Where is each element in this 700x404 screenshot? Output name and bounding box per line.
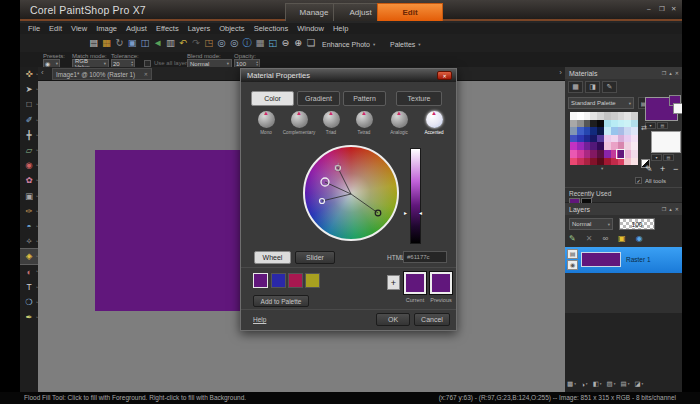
palette-swatch[interactable] [624, 120, 631, 128]
paint-brush-tool[interactable]: ✑ ▸ [20, 204, 38, 219]
palette-swatch[interactable] [577, 142, 584, 150]
picture-tube-tool[interactable]: ◓ ▸ [20, 219, 38, 234]
palette-swatch[interactable] [618, 127, 625, 135]
add-swatch-icon[interactable]: + [660, 164, 665, 174]
palette-swatch[interactable] [584, 135, 591, 143]
palette-swatch[interactable] [631, 142, 638, 150]
palettes-button[interactable]: Palettes ▾ [390, 38, 421, 50]
float-panel-icon[interactable]: ❐ [662, 70, 666, 76]
text-tool[interactable]: T ▸ [20, 280, 38, 295]
remove-swatch-icon[interactable]: − [673, 164, 678, 174]
harmony-triad[interactable]: ▲ Triad [314, 111, 348, 135]
palette-swatch[interactable] [597, 112, 604, 120]
palette-swatch[interactable] [577, 150, 584, 158]
palette-swatch[interactable] [570, 112, 577, 120]
palette-swatch[interactable] [584, 112, 591, 120]
gradient-toggle-icon[interactable]: ◧ ▾ [593, 380, 602, 388]
harmony-analogic[interactable]: ▲ Analogic [382, 111, 416, 135]
link-colors-button[interactable]: + [387, 275, 400, 290]
palette-swatch[interactable] [584, 120, 591, 128]
harmony-tetrad[interactable]: ▲ Tetrad [347, 111, 381, 135]
pan-tool[interactable]: ✜ ▸ [20, 67, 38, 82]
rainbow-view-icon[interactable]: ◨ [585, 81, 600, 93]
dropper-tool[interactable]: ✐ ▸ [20, 113, 38, 128]
ok-button[interactable]: OK [376, 313, 410, 326]
palette-swatch[interactable] [570, 135, 577, 143]
lock-transparency-icon[interactable]: ▣ [618, 234, 626, 243]
brush-view-icon[interactable]: ✎ [602, 81, 617, 93]
makeover-tool[interactable]: ✿ ▸ [20, 173, 38, 188]
harmony-accented[interactable]: ▲ Accented [417, 111, 451, 135]
menu-item[interactable]: Image [96, 24, 117, 33]
brightness-slider[interactable] [410, 148, 421, 244]
recent-material-swatch[interactable] [271, 273, 286, 288]
straighten-tool[interactable]: ▱ ▸ [20, 143, 38, 158]
menu-item[interactable]: Help [333, 24, 348, 33]
palette-swatch[interactable] [570, 142, 577, 150]
palette-swatch[interactable] [604, 112, 611, 120]
flood-fill-tool[interactable]: ◈ ▸ [20, 249, 38, 264]
restore-icon[interactable]: ❐ [659, 5, 665, 13]
palette-swatch[interactable] [624, 150, 631, 158]
zoom-out-icon[interactable]: ⊖ [280, 36, 292, 49]
palette-swatch[interactable] [631, 120, 638, 128]
tab-pattern[interactable]: Pattern [343, 91, 386, 106]
palette-swatch[interactable] [590, 120, 597, 128]
info-icon[interactable]: ⓘ [241, 36, 253, 49]
palette-swatch[interactable] [604, 158, 611, 166]
layer-opacity-slider[interactable]: 100 [619, 218, 655, 230]
recent-material-swatch[interactable] [305, 273, 320, 288]
pin-panel-icon[interactable]: ▴ [669, 206, 672, 212]
enhance-photo-button[interactable]: Enhance Photo ▾ [322, 38, 375, 50]
close-panel-icon[interactable]: ✕ [675, 70, 679, 76]
swap-colors-icon[interactable]: ⇄ [641, 124, 647, 132]
close-tab-icon[interactable]: ✕ [144, 71, 148, 77]
palette-swatch[interactable] [570, 120, 577, 128]
zoom-in-icon[interactable]: ⊕ [293, 36, 305, 49]
use-all-layers-checkbox[interactable] [144, 60, 151, 67]
palette-swatch[interactable] [597, 150, 604, 158]
more-swatches-icon[interactable]: ▾ [601, 166, 603, 171]
palette-swatch[interactable] [604, 120, 611, 128]
link-layers-icon[interactable]: ∞ [602, 234, 608, 243]
palette-swatch[interactable] [597, 142, 604, 150]
airbrush-tool[interactable]: ✧ ▸ [20, 234, 38, 249]
pen-tool[interactable]: ✒ ▸ [20, 310, 38, 325]
palette-swatch[interactable] [584, 158, 591, 166]
close-icon[interactable]: ✕ [671, 5, 676, 13]
pick-tool[interactable]: ➤ ▸ [20, 82, 38, 97]
preset-shape-tool[interactable]: ❍ ▸ [20, 295, 38, 310]
palette-swatch[interactable] [618, 135, 625, 143]
palette-swatch[interactable] [624, 158, 631, 166]
float-panel-icon[interactable]: ❐ [662, 206, 666, 212]
palette-swatch[interactable] [584, 142, 591, 150]
slider-button[interactable]: Slider [295, 251, 335, 264]
palette-swatch[interactable] [631, 127, 638, 135]
delete-layer-icon[interactable]: ✕ [586, 234, 593, 243]
help-link[interactable]: Help [253, 316, 266, 323]
menu-item[interactable]: Adjust [126, 24, 147, 33]
pattern-toggle-icon[interactable]: ▨ ▾ [607, 380, 616, 388]
layer-visibility-icon[interactable]: ◉ [567, 260, 578, 270]
palette-swatch[interactable] [590, 112, 597, 120]
clone-brush-tool[interactable]: ▣ ▸ [20, 189, 38, 204]
palette-swatch[interactable] [584, 127, 591, 135]
recent-material-swatch[interactable] [288, 273, 303, 288]
palette-swatch[interactable] [570, 158, 577, 166]
redo-icon[interactable]: ↷ [190, 36, 202, 49]
palette-swatch[interactable] [611, 127, 618, 135]
palette-swatch[interactable] [604, 135, 611, 143]
tab-gradient[interactable]: Gradient [297, 91, 340, 106]
html-value-field[interactable]: #61177c [403, 251, 447, 263]
crop-tool[interactable]: ╋ ▸ [20, 128, 38, 143]
palette-swatch[interactable] [624, 142, 631, 150]
swatches-view-icon[interactable]: ▦ [568, 81, 583, 93]
mixer-toggle-icon[interactable]: ◑ ▾ [581, 381, 588, 388]
menu-item[interactable]: Selections [254, 24, 289, 33]
palette-swatch[interactable] [570, 127, 577, 135]
scroll-right-icon[interactable]: › [559, 68, 562, 77]
palette-swatch[interactable] [624, 135, 631, 143]
palette-swatch[interactable] [577, 135, 584, 143]
document-tab[interactable]: Image1* @ 100% (Raster 1) ✕ [52, 68, 152, 80]
menu-item[interactable]: Edit [49, 24, 62, 33]
